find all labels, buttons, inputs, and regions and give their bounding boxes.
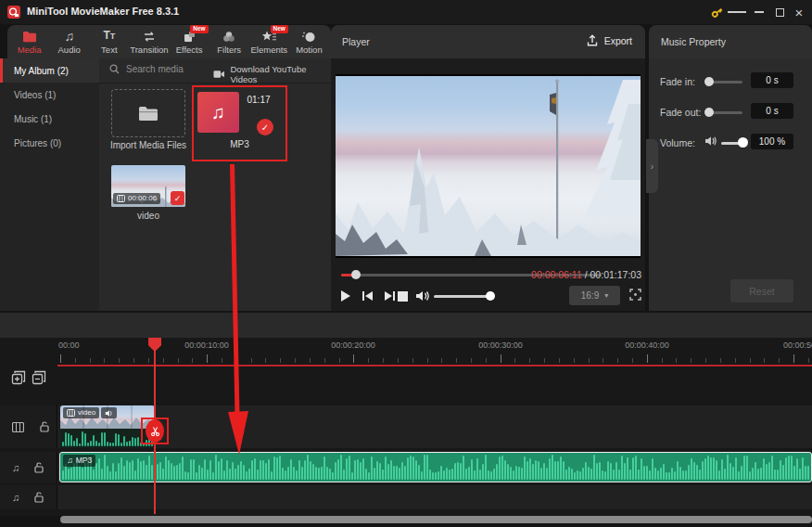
volume-label: Volume: bbox=[660, 137, 695, 148]
fade-out-handle[interactable] bbox=[704, 108, 714, 117]
time-display: 00:00:06:11 / 00:01:17:03 bbox=[531, 269, 641, 280]
register-key-icon[interactable] bbox=[707, 5, 726, 19]
menu-icon[interactable] bbox=[728, 5, 746, 19]
music-clip-waveform bbox=[60, 453, 811, 482]
player-header: Player Export bbox=[331, 25, 645, 58]
mp3-media-item[interactable]: ♫ bbox=[197, 92, 239, 133]
music-note-icon: ♫ bbox=[64, 31, 74, 43]
ruler-divider bbox=[57, 365, 812, 366]
video-clip[interactable]: video bbox=[60, 405, 155, 448]
selected-check-icon: ✓ bbox=[257, 119, 273, 135]
tab-text[interactable]: TT Text bbox=[89, 25, 129, 59]
motion-icon bbox=[301, 31, 316, 43]
add-track-button[interactable] bbox=[11, 370, 26, 385]
music-clip-label: MP3 bbox=[76, 456, 92, 465]
aspect-ratio-dropdown[interactable]: 16:9 ▾ bbox=[569, 286, 620, 305]
video-clip-waveform bbox=[60, 429, 155, 448]
tab-transition[interactable]: Transition bbox=[129, 25, 169, 59]
tab-filters[interactable]: Filters bbox=[209, 25, 249, 59]
window-title: MiniTool MovieMaker Free 8.3.1 bbox=[27, 6, 179, 17]
reset-button[interactable]: Reset bbox=[730, 279, 793, 302]
sidebar-item-label: Pictures (0) bbox=[14, 138, 61, 148]
next-frame-button[interactable] bbox=[384, 290, 396, 302]
extra-track-lane[interactable]: ♫ bbox=[0, 485, 812, 509]
music-note-icon: ♫ bbox=[67, 456, 73, 466]
tab-motion[interactable]: Motion bbox=[289, 25, 329, 59]
selected-check-icon: ✓ bbox=[171, 191, 184, 205]
sidebar-item-videos[interactable]: Videos (1) bbox=[0, 83, 99, 107]
close-button[interactable]: × bbox=[790, 5, 808, 19]
volume-icon[interactable] bbox=[415, 289, 430, 302]
app-window: MiniTool MovieMaker Free 8.3.1 × Media ♫… bbox=[0, 0, 812, 527]
previous-frame-button[interactable] bbox=[362, 290, 374, 302]
tab-elements[interactable]: New Elements bbox=[249, 25, 289, 59]
sidebar-item-music[interactable]: Music (1) bbox=[0, 107, 99, 131]
ruler-label: 00:00:20:00 bbox=[331, 341, 375, 350]
tab-media[interactable]: Media bbox=[9, 25, 49, 59]
volume-handle[interactable] bbox=[486, 291, 495, 301]
new-badge: New bbox=[271, 25, 288, 33]
timeline-toolbar: − + bbox=[0, 313, 812, 338]
duration-badge: 00:00:06 bbox=[113, 193, 160, 204]
video-media-item[interactable]: 00:00:06 ✓ bbox=[111, 165, 185, 207]
fade-out-label: Fade out: bbox=[660, 107, 701, 118]
music-clip[interactable]: ♫ MP3 bbox=[59, 452, 812, 482]
tab-effects[interactable]: New Effects bbox=[170, 25, 209, 59]
sidebar-item-pictures[interactable]: Pictures (0) bbox=[0, 131, 99, 155]
download-youtube-button[interactable]: Download YouTube Videos bbox=[213, 64, 331, 84]
video-media-label: video bbox=[111, 211, 185, 221]
volume-property-handle[interactable] bbox=[738, 137, 748, 148]
timeline-area: 00:00 00:00:10:00 00:00:20:00 00:00:30:0… bbox=[0, 338, 812, 516]
timeline-horizontal-scrollbar[interactable] bbox=[60, 516, 812, 523]
fade-in-label: Fade in: bbox=[660, 76, 695, 87]
tab-label: Audio bbox=[58, 45, 81, 55]
video-preview[interactable] bbox=[336, 74, 641, 258]
music-track-header: ♫ bbox=[0, 452, 57, 482]
maximize-button[interactable] bbox=[770, 5, 789, 19]
ruler-label: 00:00:50:00 bbox=[783, 341, 812, 350]
tab-audio[interactable]: ♫ Audio bbox=[49, 25, 89, 59]
new-badge: New bbox=[190, 25, 208, 33]
chevron-right-icon: › bbox=[651, 161, 653, 172]
music-note-icon: ♫ bbox=[12, 462, 19, 473]
play-button[interactable] bbox=[339, 289, 351, 302]
film-icon bbox=[117, 195, 125, 202]
music-track-lane[interactable]: ♫ ♫ MP3 bbox=[0, 452, 812, 482]
seek-handle[interactable] bbox=[351, 270, 361, 279]
import-media-button[interactable] bbox=[111, 89, 185, 137]
album-sidebar: My Album (2) Videos (1) Music (1) Pictur… bbox=[0, 58, 99, 311]
unlock-icon[interactable] bbox=[34, 462, 44, 473]
sidebar-item-label: Videos (1) bbox=[14, 90, 56, 100]
fade-out-value[interactable]: 0 s bbox=[751, 103, 793, 119]
tab-label: Motion bbox=[296, 45, 323, 55]
import-media-label: Import Media Files bbox=[99, 140, 197, 150]
fade-in-handle[interactable] bbox=[704, 77, 714, 86]
fullscreen-button[interactable] bbox=[628, 288, 642, 302]
fade-in-value[interactable]: 0 s bbox=[751, 72, 793, 88]
ruler-label: 00:00:10:00 bbox=[184, 341, 229, 350]
text-icon: TT bbox=[103, 30, 115, 43]
film-icon bbox=[67, 409, 75, 417]
winter-scene-graphics bbox=[336, 76, 641, 256]
timeline-ruler[interactable]: 00:00 00:00:10:00 00:00:20:00 00:00:30:0… bbox=[0, 338, 812, 366]
export-icon bbox=[586, 33, 599, 47]
unlock-icon[interactable] bbox=[34, 492, 44, 503]
volume-value[interactable]: 100 % bbox=[751, 134, 793, 149]
sidebar-item-my-album[interactable]: My Album (2) bbox=[0, 58, 99, 83]
music-clip-badge: ♫ MP3 bbox=[63, 455, 95, 467]
folder-icon bbox=[22, 31, 37, 43]
playhead-line[interactable] bbox=[154, 338, 156, 514]
folder-icon bbox=[138, 106, 159, 122]
export-button[interactable]: Export bbox=[586, 33, 632, 47]
collapse-panel-tab[interactable]: › bbox=[646, 139, 658, 193]
unlock-icon[interactable] bbox=[40, 421, 49, 432]
remove-track-button[interactable] bbox=[32, 370, 46, 385]
minimize-button[interactable] bbox=[750, 5, 768, 19]
video-track-lane[interactable]: video bbox=[0, 405, 812, 448]
music-note-icon: ♫ bbox=[12, 492, 19, 503]
stop-button[interactable] bbox=[398, 291, 408, 302]
video-duration: 00:00:06 bbox=[128, 195, 157, 203]
total-time: 00:01:17:03 bbox=[590, 269, 641, 280]
volume-slider[interactable] bbox=[434, 295, 493, 298]
search-input[interactable]: Search media bbox=[109, 64, 184, 74]
